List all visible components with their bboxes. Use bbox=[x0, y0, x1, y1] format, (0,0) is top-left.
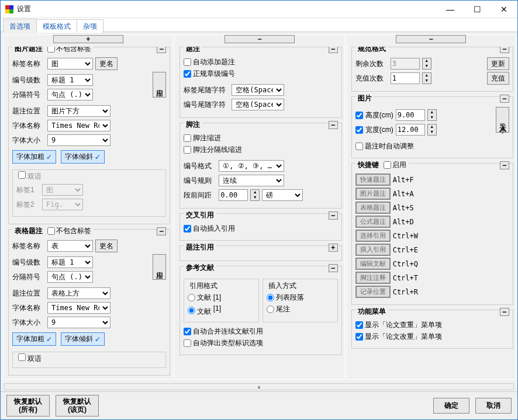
chk-no-label-tbl[interactable] bbox=[47, 227, 55, 235]
chk-bilingual-tbl[interactable] bbox=[18, 353, 26, 361]
collapse-button[interactable]: − bbox=[500, 161, 509, 169]
hk-btn-8[interactable]: 脚注注释 bbox=[355, 272, 391, 284]
chk-no-label-img[interactable] bbox=[47, 47, 55, 53]
sel-tbl-pos[interactable]: 表格上方 bbox=[47, 287, 110, 299]
sel-tbl-fontsize[interactable]: 9 bbox=[47, 317, 110, 328]
chk-auto-merge[interactable] bbox=[184, 328, 191, 335]
radio-cite-bracket[interactable] bbox=[188, 294, 195, 301]
tab-misc[interactable]: 杂项 bbox=[77, 19, 103, 33]
chk-fn-indent[interactable] bbox=[184, 134, 191, 142]
hk-btn-6[interactable]: 插入引用 bbox=[355, 244, 391, 256]
toggle-tbl-italic[interactable]: 字体倾斜✓ bbox=[61, 332, 105, 346]
chk-bilingual-img[interactable] bbox=[18, 171, 26, 179]
collapse-button[interactable]: − bbox=[500, 308, 509, 316]
btn-apply-tbl[interactable]: 应用 bbox=[153, 254, 166, 280]
collapse-button[interactable]: − bbox=[329, 121, 338, 129]
close-button[interactable]: ✕ bbox=[491, 1, 517, 18]
collapse-button[interactable]: − bbox=[329, 47, 338, 53]
btn-rename-tbl[interactable]: 更名 bbox=[95, 239, 118, 252]
maximize-button[interactable]: ☐ bbox=[464, 1, 491, 18]
resize-handle[interactable]: ▲ bbox=[4, 383, 514, 390]
spin-height[interactable]: ▲▼ bbox=[427, 109, 437, 121]
sel-fn-unit[interactable]: 磅 bbox=[262, 189, 303, 201]
tab-template[interactable]: 模板格式 bbox=[36, 19, 77, 33]
btn-import-size[interactable]: 导入大小 bbox=[496, 107, 509, 133]
group-references: 参考文献− 引用格式 文献 [1] 文献 [1] 插入方式 列表段落 尾注 自动… bbox=[179, 266, 341, 355]
radio-endnote[interactable] bbox=[267, 306, 274, 313]
content-area: + 图片题注 不包含标签 − 标签名称 图 更名 编号级数标题 1 bbox=[1, 32, 517, 382]
tab-preferences[interactable]: 首选项 bbox=[3, 19, 37, 32]
group-title: 图片题注 bbox=[12, 47, 45, 54]
btn-cancel[interactable]: 取消 bbox=[475, 398, 512, 414]
num-recharge[interactable] bbox=[391, 72, 420, 84]
num-height[interactable] bbox=[396, 109, 425, 121]
chk-auto-add[interactable] bbox=[184, 58, 191, 66]
btn-update[interactable]: 更新 bbox=[487, 57, 509, 70]
chk-enable-hotkeys[interactable] bbox=[384, 161, 391, 169]
sel-tbl-numlevel[interactable]: 标题 1 bbox=[47, 256, 93, 268]
col1-body[interactable]: 图片题注 不包含标签 − 标签名称 图 更名 编号级数标题 1 分隔符号句点 (… bbox=[4, 47, 172, 379]
btn-rename-img[interactable]: 更名 bbox=[95, 57, 118, 70]
num-fn-space[interactable] bbox=[219, 189, 248, 201]
hk-btn-7[interactable]: 编辑文献 bbox=[355, 258, 391, 270]
collapse-button[interactable]: − bbox=[157, 47, 166, 53]
btn-restore-page[interactable]: 恢复默认(该页) bbox=[56, 395, 99, 417]
radio-cite-super[interactable] bbox=[188, 307, 195, 314]
group-caption: 题注− 自动添加题注 正规章级编号 标签尾随字符空格(Space 编号尾随字符空… bbox=[179, 47, 341, 118]
chk-regular-num[interactable] bbox=[184, 70, 191, 78]
chk-auto-insert-ref[interactable] bbox=[184, 225, 191, 232]
sel-img-font[interactable]: Times New Roma bbox=[47, 120, 110, 131]
sel-img-sep[interactable]: 句点 (.) bbox=[47, 89, 93, 100]
hk-btn-3[interactable]: 表格题注 bbox=[355, 202, 391, 214]
toggle-img-bold[interactable]: 字体加粗✓ bbox=[12, 150, 56, 164]
hk-btn-1[interactable]: 快速题注 bbox=[355, 173, 391, 186]
spin-fn-space[interactable]: ▲▼ bbox=[250, 189, 260, 201]
btn-restore-all[interactable]: 恢复默认(所有) bbox=[6, 395, 50, 417]
col2-body[interactable]: 题注− 自动添加题注 正规章级编号 标签尾随字符空格(Space 编号尾随字符空… bbox=[175, 47, 344, 379]
btn-ok[interactable]: 确定 bbox=[433, 398, 469, 414]
toggle-img-italic[interactable]: 字体倾斜✓ bbox=[61, 150, 105, 164]
col3-body[interactable]: 规范格式− 剩余次数 ▲▼ 更新 充值次数 ▲▼ 充值 图片− 高度(cm) bbox=[347, 47, 516, 379]
collapse-button[interactable]: − bbox=[329, 264, 338, 272]
btn-recharge[interactable]: 充值 bbox=[487, 72, 509, 85]
col3-collapse-button[interactable]: − bbox=[396, 35, 466, 43]
sel-tbl-sep[interactable]: 句点 (.) bbox=[47, 271, 93, 283]
spin-width[interactable]: ▲▼ bbox=[427, 124, 437, 136]
sel-label-trail[interactable]: 空格(Space bbox=[232, 84, 284, 96]
chk-height[interactable] bbox=[355, 112, 363, 119]
btn-apply-img[interactable]: 应用 bbox=[153, 72, 166, 98]
sel-fn-format[interactable]: ①, ②, ③, … bbox=[219, 160, 284, 172]
col2-collapse-button[interactable]: − bbox=[225, 35, 295, 43]
chk-width[interactable] bbox=[355, 126, 363, 134]
sel-img-label[interactable]: 图 bbox=[47, 58, 93, 70]
collapse-button[interactable]: − bbox=[500, 95, 509, 103]
chk-menu2[interactable] bbox=[355, 333, 363, 341]
hk-btn-2[interactable]: 图片题注 bbox=[355, 188, 391, 200]
num-width[interactable] bbox=[396, 124, 425, 136]
num-remain bbox=[391, 58, 420, 70]
sel-number-trail[interactable]: 空格(Space bbox=[232, 99, 284, 110]
radio-list-para[interactable] bbox=[267, 294, 274, 301]
collapse-button[interactable]: − bbox=[157, 227, 166, 235]
chk-menu1[interactable] bbox=[355, 321, 363, 329]
hk-btn-4[interactable]: 公式题注 bbox=[355, 216, 391, 228]
sel-img-numlevel[interactable]: 标题 1 bbox=[47, 74, 93, 86]
hk-btn-5[interactable]: 选择引用 bbox=[355, 230, 391, 242]
toggle-tbl-bold[interactable]: 字体加粗✓ bbox=[12, 332, 56, 346]
chk-auto-adjust[interactable] bbox=[355, 143, 363, 150]
sel-tbl-label[interactable]: 表 bbox=[47, 240, 93, 252]
sel-fn-rule[interactable]: 连续 bbox=[219, 175, 284, 186]
hk-btn-9[interactable]: 记录位置 bbox=[355, 286, 391, 298]
spin-recharge[interactable]: ▲▼ bbox=[422, 72, 431, 84]
collapse-button[interactable]: − bbox=[500, 47, 509, 53]
collapse-button[interactable]: − bbox=[329, 211, 338, 220]
tab-bar: 首选项 模板格式 杂项 bbox=[1, 18, 517, 32]
sel-img-fontsize[interactable]: 9 bbox=[47, 134, 110, 146]
sel-img-pos[interactable]: 图片下方 bbox=[47, 105, 110, 117]
sel-tbl-font[interactable]: Times New Roma bbox=[47, 302, 110, 314]
minimize-button[interactable]: — bbox=[437, 1, 464, 18]
col1-expand-button[interactable]: + bbox=[53, 35, 123, 43]
expand-button[interactable]: + bbox=[329, 244, 338, 252]
chk-auto-popup[interactable] bbox=[184, 339, 191, 347]
chk-fn-sep-indent[interactable] bbox=[184, 146, 191, 154]
